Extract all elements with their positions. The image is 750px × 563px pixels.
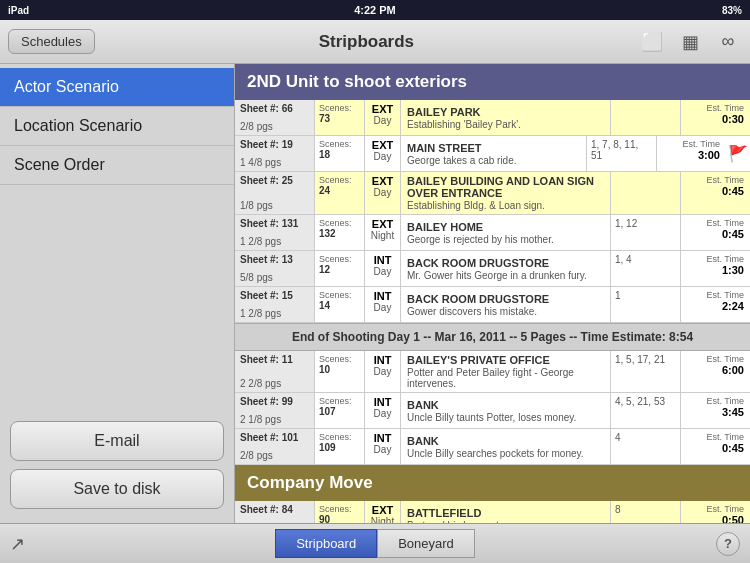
- page-count: 5/8 pgs: [240, 272, 309, 283]
- table-row[interactable]: Sheet #: 151 2/8 pgsScenes:14INTDayBACK …: [235, 287, 750, 323]
- page-count: 2/8 pgs: [240, 121, 309, 132]
- strip-cast: [610, 172, 680, 214]
- sidebar-item-location-scenario[interactable]: Location Scenario: [0, 107, 234, 146]
- est-time-value: 6:00: [722, 364, 744, 376]
- sidebar: Actor Scenario Location Scenario Scene O…: [0, 64, 235, 523]
- strip-int-ext: INTDay: [365, 393, 401, 428]
- table-row[interactable]: Sheet #: 842/8 pgsScenes:90EXTNightBATTL…: [235, 501, 750, 523]
- strip-cast: 4, 5, 21, 53: [610, 393, 680, 428]
- tab-bar: ↗ Stripboard Boneyard ?: [0, 523, 750, 563]
- scenes-label: Scenes:: [319, 218, 360, 228]
- strip-cast: 1, 4: [610, 251, 680, 286]
- est-time-label: Est. Time: [706, 218, 744, 228]
- strip-int-ext: EXTDay: [365, 136, 401, 171]
- strip-estimated-time: Est. Time0:45: [680, 215, 750, 250]
- page-count: 2 2/8 pgs: [240, 378, 309, 389]
- est-time-label: Est. Time: [706, 103, 744, 113]
- strip-estimated-time: Est. Time6:00: [680, 351, 750, 392]
- int-ext-value: EXT: [372, 103, 393, 115]
- location-name: BACK ROOM DRUGSTORE: [407, 293, 604, 305]
- page-count: 1 4/8 pgs: [240, 157, 309, 168]
- int-ext-value: INT: [374, 396, 392, 408]
- tab-boneyard[interactable]: Boneyard: [377, 529, 475, 558]
- table-row[interactable]: Sheet #: 1012/8 pgsScenes:109INTDayBANKU…: [235, 429, 750, 465]
- calendar-icon[interactable]: ▦: [676, 28, 704, 56]
- scenes-value: 12: [319, 264, 360, 275]
- scenes-label: Scenes:: [319, 103, 360, 113]
- strip-estimated-time: Est. Time1:30: [680, 251, 750, 286]
- est-time-label: Est. Time: [706, 396, 744, 406]
- day-night-value: Day: [374, 115, 392, 126]
- strip-sheet-info: Sheet #: 842/8 pgs: [235, 501, 315, 523]
- scenes-value: 73: [319, 113, 360, 124]
- scenes-label: Scenes:: [319, 504, 360, 514]
- table-row[interactable]: Sheet #: 191 4/8 pgsScenes:18EXTDayMAIN …: [235, 136, 750, 172]
- strip-info: BATTLEFIELDBert and his bayonet.: [401, 501, 610, 523]
- strip-scenes: Scenes:14: [315, 287, 365, 322]
- share-icon[interactable]: ↗: [10, 533, 25, 555]
- page-count: 1 2/8 pgs: [240, 236, 309, 247]
- sheet-number: Sheet #: 25: [240, 175, 309, 186]
- status-time: 4:22 PM: [354, 4, 396, 16]
- frame-icon[interactable]: ⬜: [638, 28, 666, 56]
- scenes-value: 14: [319, 300, 360, 311]
- day-night-value: Day: [374, 151, 392, 162]
- location-name: BAILEY HOME: [407, 221, 604, 233]
- location-name: BAILEY BUILDING AND LOAN SIGN OVER ENTRA…: [407, 175, 604, 199]
- scenes-label: Scenes:: [319, 290, 360, 300]
- strip-cast: 1, 7, 8, 11, 51: [586, 136, 656, 171]
- schedules-button[interactable]: Schedules: [8, 29, 95, 54]
- section-header-second-unit: 2ND Unit to shoot exteriors: [235, 64, 750, 100]
- table-row[interactable]: Sheet #: 112 2/8 pgsScenes:10INTDayBAILE…: [235, 351, 750, 393]
- est-time-label: Est. Time: [706, 354, 744, 364]
- strip-cast: 1, 5, 17, 21: [610, 351, 680, 392]
- strip-sheet-info: Sheet #: 191 4/8 pgs: [235, 136, 315, 171]
- link-icon[interactable]: ∞: [714, 28, 742, 56]
- est-time-label: Est. Time: [706, 432, 744, 442]
- tab-stripboard[interactable]: Stripboard: [275, 529, 377, 558]
- status-right: 83%: [722, 5, 742, 16]
- table-row[interactable]: Sheet #: 251/8 pgsScenes:24EXTDayBAILEY …: [235, 172, 750, 215]
- strip-scenes: Scenes:107: [315, 393, 365, 428]
- int-ext-value: EXT: [372, 175, 393, 187]
- table-row[interactable]: Sheet #: 1311 2/8 pgsScenes:132EXTNightB…: [235, 215, 750, 251]
- scenes-label: Scenes:: [319, 254, 360, 264]
- scene-description: Potter and Peter Bailey fight - George i…: [407, 367, 604, 389]
- status-left: iPad: [8, 5, 29, 16]
- strip-int-ext: INTDay: [365, 429, 401, 464]
- table-row[interactable]: Sheet #: 992 1/8 pgsScenes:107INTDayBANK…: [235, 393, 750, 429]
- int-ext-value: INT: [374, 290, 392, 302]
- sidebar-buttons: E-mail Save to disk: [0, 411, 234, 519]
- strip-int-ext: EXTNight: [365, 215, 401, 250]
- app-container: Schedules Stripboards ⬜ ▦ ∞ Actor Scenar…: [0, 20, 750, 563]
- strip-sheet-info: Sheet #: 251/8 pgs: [235, 172, 315, 214]
- scenes-label: Scenes:: [319, 354, 360, 364]
- page-count: 1 2/8 pgs: [240, 308, 309, 319]
- status-bar: iPad 4:22 PM 83%: [0, 0, 750, 20]
- save-to-disk-button[interactable]: Save to disk: [10, 469, 224, 509]
- help-button[interactable]: ?: [716, 532, 740, 556]
- sidebar-item-scene-order[interactable]: Scene Order: [0, 146, 234, 185]
- table-row[interactable]: Sheet #: 135/8 pgsScenes:12INTDayBACK RO…: [235, 251, 750, 287]
- strip-info: BANKUncle Billy taunts Potter, loses mon…: [401, 393, 610, 428]
- strip-sheet-info: Sheet #: 992 1/8 pgs: [235, 393, 315, 428]
- content-area: Actor Scenario Location Scenario Scene O…: [0, 64, 750, 523]
- email-button[interactable]: E-mail: [10, 421, 224, 461]
- strip-int-ext: INTDay: [365, 251, 401, 286]
- toolbar: Schedules Stripboards ⬜ ▦ ∞: [0, 20, 750, 64]
- strip-scenes: Scenes:132: [315, 215, 365, 250]
- sidebar-item-actor-scenario[interactable]: Actor Scenario: [0, 68, 234, 107]
- page-count: 2/8 pgs: [240, 450, 309, 461]
- scenes-value: 90: [319, 514, 360, 523]
- est-time-value: 1:30: [722, 264, 744, 276]
- stripboard-content: 2ND Unit to shoot exteriorsSheet #: 662/…: [235, 64, 750, 523]
- strip-info: BACK ROOM DRUGSTOREGower discovers his m…: [401, 287, 610, 322]
- scene-description: Establishing 'Bailey Park'.: [407, 119, 604, 130]
- location-name: BACK ROOM DRUGSTORE: [407, 257, 604, 269]
- scene-description: George is rejected by his mother.: [407, 234, 604, 245]
- strip-int-ext: INTDay: [365, 287, 401, 322]
- int-ext-value: INT: [374, 354, 392, 366]
- table-row[interactable]: Sheet #: 662/8 pgsScenes:73EXTDayBAILEY …: [235, 100, 750, 136]
- strip-estimated-time: Est. Time0:50: [680, 501, 750, 523]
- strip-cast: 1: [610, 287, 680, 322]
